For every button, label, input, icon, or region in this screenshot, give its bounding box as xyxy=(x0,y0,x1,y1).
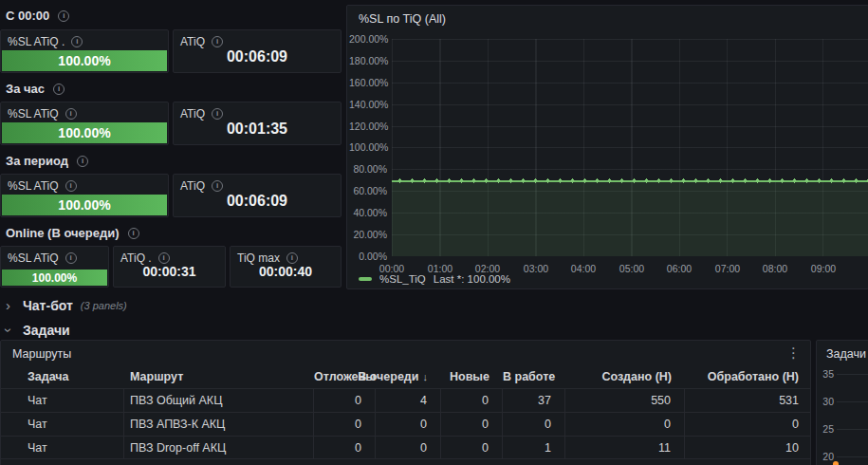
y-axis-tick: 80.00% xyxy=(349,164,387,174)
table-header-row: Задача Маршрут Отложены В очереди ↓ Новы… xyxy=(1,365,810,388)
table-row[interactable]: Чат ПВЗ АПВЗ-К АКЦ 0 0 0 0 0 0 xyxy=(1,412,810,436)
table-row[interactable]: Чат ПВЗ Общий АКЦ 0 4 0 37 550 531 xyxy=(1,388,810,412)
panel-header: ATiQ . xyxy=(114,247,225,265)
panel-title: Маршруты xyxy=(12,347,71,361)
y-axis-tick: 20.00% xyxy=(349,230,387,239)
cell-deferred: 0 xyxy=(314,389,376,412)
y-axis-tick: 160.00% xyxy=(349,78,387,87)
panel-title: %SL ATiQ xyxy=(8,179,59,193)
table-panel-routes: Маршруты Задача Маршрут Отложены В очере… xyxy=(0,340,811,465)
panel-menu-icon[interactable] xyxy=(786,344,801,362)
info-icon[interactable] xyxy=(65,180,77,192)
cell-task: Чат xyxy=(1,437,124,458)
x-axis-tick: 08:00 xyxy=(754,263,796,274)
info-icon[interactable] xyxy=(158,252,170,264)
info-icon[interactable] xyxy=(128,228,139,239)
x-axis-tick: 05:00 xyxy=(611,263,653,274)
info-icon[interactable] xyxy=(65,252,77,264)
column-header-sorted[interactable]: В очереди ↓ xyxy=(376,370,441,383)
cell-in-queue: 0 xyxy=(376,437,441,458)
row-title: Чат-бот xyxy=(23,298,73,313)
grafana-dashboard: С 00:00 %SL ATiQ . 100.00% ATiQ 00:06:09… xyxy=(0,0,868,465)
section-header-period: За период xyxy=(6,154,88,168)
stat-bar-gauge: 100.00% xyxy=(2,270,107,286)
panel-title: %SL ATiQ . xyxy=(8,35,65,48)
stat-panel-tiq-max-online: TiQ max 00:00:40 xyxy=(230,246,342,288)
section-title: Online (В очереди) xyxy=(6,226,120,240)
chart-plot-area[interactable] xyxy=(392,39,868,256)
info-icon[interactable] xyxy=(212,180,223,192)
panel-header: %SL ATiQ . xyxy=(1,30,168,48)
row-title: Задачи xyxy=(23,323,70,338)
x-axis-tick: 09:00 xyxy=(803,263,844,274)
legend-series-marker xyxy=(359,277,372,281)
stat-value: 00:00:31 xyxy=(114,264,225,279)
panel-header: %SL ATiQ xyxy=(1,175,168,193)
y-axis-tick: 35 xyxy=(819,369,834,379)
info-icon[interactable] xyxy=(58,10,69,22)
section-title: За период xyxy=(6,154,68,168)
legend-series-stat: Last *: 100.00% xyxy=(434,273,510,285)
info-icon[interactable] xyxy=(286,252,298,264)
y-axis-tick: 180.00% xyxy=(349,56,387,65)
dashboard-row-tasks[interactable]: Задачи xyxy=(6,322,70,339)
panel-title: %SL по TiQ (All) xyxy=(359,12,446,26)
x-axis-tick: 06:00 xyxy=(658,263,700,274)
stat-panel-atiq-online: ATiQ . 00:00:31 xyxy=(113,246,226,288)
chevron-down-icon xyxy=(6,324,15,337)
info-icon[interactable] xyxy=(212,36,223,47)
info-icon[interactable] xyxy=(53,84,65,95)
info-icon[interactable] xyxy=(71,36,83,47)
column-header[interactable]: Новые xyxy=(441,370,503,383)
dashboard-row-chatbot[interactable]: Чат-бот (3 panels) xyxy=(6,297,127,314)
column-header[interactable]: Создано (Н) xyxy=(565,370,685,383)
row-panels-count: (3 panels) xyxy=(81,300,127,311)
cell-new: 0 xyxy=(441,389,503,412)
stat-value: 100.00% xyxy=(32,271,77,285)
info-icon[interactable] xyxy=(65,108,77,120)
y-axis-tick: 100.00% xyxy=(349,142,387,152)
series-point-marker xyxy=(833,461,839,465)
cell-task: Чат xyxy=(1,389,124,412)
stat-panel-sl-atiq-hour: %SL ATiQ 100.00% xyxy=(0,102,169,145)
panel-header: ATiQ xyxy=(174,175,341,193)
cell-in-queue: 4 xyxy=(376,389,441,412)
legend-series-label[interactable]: %SL_TiQ xyxy=(379,273,426,285)
section-title: За час xyxy=(6,82,45,96)
series-point-markers xyxy=(392,177,868,185)
column-header[interactable]: Маршрут xyxy=(124,370,314,383)
info-icon[interactable] xyxy=(212,108,223,120)
panel-header: ATiQ xyxy=(174,30,341,48)
column-header[interactable]: Обработано (Н) xyxy=(685,370,811,383)
stat-value: 00:01:35 xyxy=(174,121,341,138)
table-row[interactable]: Чат ПВЗ Drop-off АКЦ 0 0 0 1 11 10 xyxy=(1,436,810,459)
stat-bar-gauge: 100.00% xyxy=(2,50,167,71)
stat-bar-gauge: 100.00% xyxy=(2,122,167,143)
sort-desc-icon: ↓ xyxy=(423,371,429,382)
panel-header: ATiQ xyxy=(174,102,341,121)
panel-title: %SL ATiQ xyxy=(8,107,59,121)
section-header-online-queue: Online (В очереди) xyxy=(6,226,139,240)
panel-title: %SL ATiQ xyxy=(8,251,59,265)
column-header[interactable]: В работе xyxy=(503,370,565,383)
panel-header: %SL ATiQ xyxy=(1,102,168,121)
stat-value: 00:06:09 xyxy=(174,193,341,210)
cell-deferred: 0 xyxy=(314,413,376,436)
timeseries-panel-tasks: Задачи (All) 35 30 25 20 xyxy=(816,340,868,465)
info-icon[interactable] xyxy=(77,156,88,167)
section-header-since-midnight: С 00:00 xyxy=(6,9,69,23)
stat-value: 100.00% xyxy=(58,197,110,213)
y-axis-tick: 20 xyxy=(819,452,834,461)
x-axis-tick: 07:00 xyxy=(707,263,748,274)
panel-title: ATiQ xyxy=(180,107,205,121)
cell-in-work: 37 xyxy=(503,389,565,412)
column-header[interactable]: Задача xyxy=(1,370,124,383)
y-axis-tick: 60.00% xyxy=(349,186,387,195)
stat-value: 00:00:40 xyxy=(231,264,341,279)
section-title: С 00:00 xyxy=(6,9,49,23)
stat-panel-atiq-hour: ATiQ 00:01:35 xyxy=(173,102,342,145)
panel-header: %SL ATiQ xyxy=(1,247,108,265)
stat-panel-sl-atiq-online: %SL ATiQ 100.00% xyxy=(0,246,109,288)
cell-deferred: 0 xyxy=(314,437,376,458)
series-area-fill xyxy=(392,181,868,256)
